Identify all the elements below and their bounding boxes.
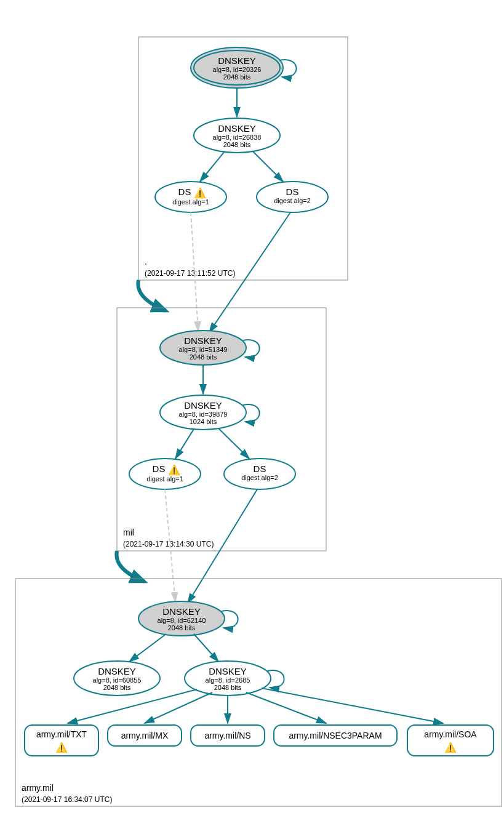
warning-icon: ⚠️ bbox=[168, 464, 180, 476]
mil-ds2-title: DS bbox=[254, 463, 266, 474]
root-ksk-alg: alg=8, id=20326 bbox=[213, 66, 262, 73]
edge-root-zsk-ds2 bbox=[252, 151, 283, 182]
root-ksk-bits: 2048 bits bbox=[223, 73, 251, 81]
mil-zsk-bits: 1024 bits bbox=[190, 418, 217, 425]
zone-mil-label: mil bbox=[123, 527, 134, 537]
record-ns-label: army.mil/NS bbox=[204, 731, 250, 740]
army-ksk-title: DNSKEY bbox=[162, 606, 201, 617]
zone-root-label: . bbox=[145, 257, 147, 267]
root-zsk-alg: alg=8, id=26838 bbox=[213, 134, 262, 141]
mil-zsk-alg: alg=8, id=39879 bbox=[179, 411, 228, 418]
warning-icon: ⚠️ bbox=[194, 187, 206, 199]
root-ds2-title: DS bbox=[286, 186, 299, 197]
warning-icon: ⚠️ bbox=[444, 742, 457, 753]
army-zsk2-alg: alg=8, id=2685 bbox=[206, 676, 250, 684]
delegation-root-mil bbox=[138, 280, 166, 311]
root-ds2-digest: digest alg=2 bbox=[274, 197, 311, 204]
dnssec-diagram: . (2021-09-17 13:11:52 UTC) DNSKEY alg=8… bbox=[6, 6, 504, 818]
mil-ds1-digest: digest alg=1 bbox=[146, 475, 183, 483]
edge-mil-zsk-ds1 bbox=[175, 429, 194, 459]
edge-zsk2-mx bbox=[145, 692, 212, 723]
edge-zsk2-nsec3 bbox=[246, 692, 326, 723]
warning-icon: ⚠️ bbox=[55, 742, 68, 753]
zone-root-timestamp: (2021-09-17 13:11:52 UTC) bbox=[145, 269, 235, 278]
army-zsk2-bits: 2048 bits bbox=[214, 684, 242, 691]
record-txt-label: army.mil/TXT bbox=[36, 729, 87, 739]
mil-ds1-title: DS bbox=[153, 463, 166, 474]
root-ksk-title: DNSKEY bbox=[218, 55, 256, 66]
root-ds1-digest: digest alg=1 bbox=[172, 198, 209, 206]
mil-ksk-alg: alg=8, id=51349 bbox=[179, 346, 228, 353]
root-zsk-title: DNSKEY bbox=[218, 123, 256, 134]
army-zsk2-title: DNSKEY bbox=[209, 666, 247, 676]
army-zsk1-title: DNSKEY bbox=[98, 666, 136, 676]
record-soa-label: army.mil/SOA bbox=[424, 729, 477, 739]
zone-army-timestamp: (2021-09-17 16:34:07 UTC) bbox=[22, 795, 112, 804]
edge-army-ksk-zsk1 bbox=[129, 634, 166, 662]
mil-zsk-title: DNSKEY bbox=[184, 400, 222, 411]
record-mx-label: army.mil/MX bbox=[121, 731, 169, 740]
mil-ksk-bits: 2048 bits bbox=[190, 353, 217, 361]
army-zsk1-bits: 2048 bits bbox=[103, 684, 131, 691]
zone-army-label: army.mil bbox=[22, 783, 54, 793]
edge-army-ksk-zsk2 bbox=[194, 634, 218, 662]
army-ksk-bits: 2048 bits bbox=[168, 624, 196, 632]
mil-ds2-digest: digest alg=2 bbox=[241, 474, 278, 481]
edge-zsk2-soa bbox=[262, 688, 443, 723]
root-ds1-title: DS bbox=[178, 186, 191, 197]
edge-mil-zsk-ds2 bbox=[218, 428, 249, 459]
delegation-mil-army bbox=[116, 551, 145, 582]
mil-ksk-title: DNSKEY bbox=[184, 335, 222, 346]
zone-army bbox=[15, 579, 502, 806]
record-nsec3-label: army.mil/NSEC3PARAM bbox=[289, 731, 382, 740]
zone-mil-timestamp: (2021-09-17 13:14:30 UTC) bbox=[123, 540, 214, 548]
root-zsk-bits: 2048 bits bbox=[223, 141, 251, 148]
edge-root-zsk-ds1 bbox=[200, 151, 225, 182]
army-zsk1-alg: alg=8, id=60855 bbox=[93, 676, 142, 684]
army-ksk-alg: alg=8, id=62140 bbox=[158, 617, 206, 624]
